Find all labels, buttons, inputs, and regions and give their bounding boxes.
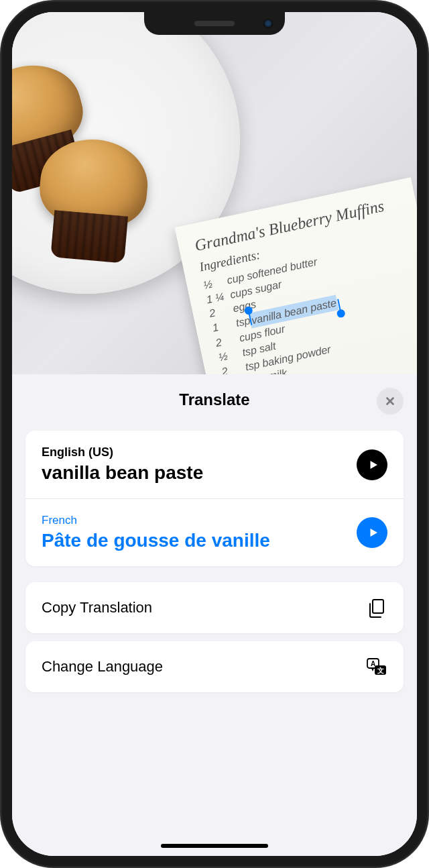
muffin (34, 135, 151, 264)
translation-card: English (US) vanilla bean paste French P… (25, 431, 404, 566)
home-indicator[interactable] (161, 844, 268, 848)
svg-rect-2 (373, 600, 383, 613)
screen: Grandma's Blueberry Muffins Ingredients:… (12, 12, 417, 856)
copy-translation-button[interactable]: Copy Translation (25, 582, 404, 633)
target-language-label: French (42, 514, 346, 527)
sheet-header: Translate (25, 390, 404, 409)
play-icon (367, 459, 379, 471)
source-language-label: English (US) (42, 445, 346, 459)
front-camera (263, 19, 273, 28)
svg-text:文: 文 (377, 667, 384, 674)
copy-label: Copy Translation (42, 599, 152, 616)
photo-background[interactable]: Grandma's Blueberry Muffins Ingredients:… (12, 12, 417, 374)
sheet-title: Translate (179, 390, 249, 409)
play-source-button[interactable] (357, 449, 387, 480)
speaker (194, 21, 235, 26)
play-icon (367, 527, 379, 539)
notch (144, 12, 285, 35)
source-section: English (US) vanilla bean paste (25, 431, 404, 499)
copy-icon (366, 597, 387, 618)
target-text: Pâte de gousse de vanille (42, 530, 346, 551)
close-button[interactable] (377, 388, 404, 415)
change-label: Change Language (42, 658, 163, 675)
translate-sheet: Translate English (US) vanilla bean past… (12, 374, 417, 856)
change-language-button[interactable]: Change Language A 文 (25, 641, 404, 692)
target-section: French Pâte de gousse de vanille (25, 499, 404, 566)
svg-text:A: A (371, 660, 375, 667)
play-target-button[interactable] (357, 517, 387, 548)
close-icon (384, 395, 396, 407)
phone-frame: Grandma's Blueberry Muffins Ingredients:… (0, 0, 429, 868)
source-text: vanilla bean paste (42, 462, 346, 484)
translate-icon: A 文 (366, 656, 387, 677)
